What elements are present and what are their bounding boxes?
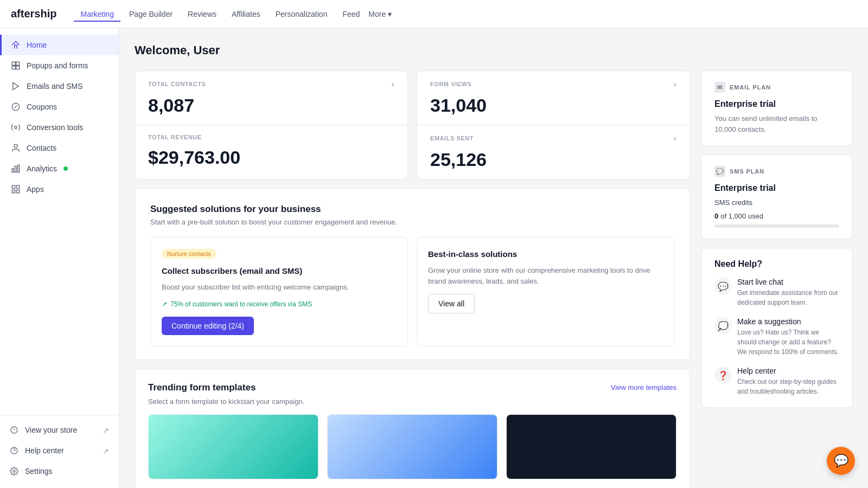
analytics-icon	[10, 163, 21, 174]
settings-icon	[9, 466, 20, 477]
sms-credits-label: SMS credits	[714, 198, 752, 207]
solution-stat: ↗ 75% of customers want to receive offer…	[162, 300, 397, 308]
nav-link-personalization[interactable]: Personalization	[269, 7, 334, 22]
nav-item-feed[interactable]: Feed	[336, 9, 366, 19]
template-preview-2[interactable]	[327, 414, 497, 479]
svg-rect-9	[15, 166, 17, 172]
chat-fab-icon: 💬	[834, 454, 848, 468]
help-item-help-center[interactable]: ❓ Help center Check out our step-by-step…	[714, 367, 839, 396]
stats-row: TOTAL CONTACTS › 8,087 TOTAL REVENUE $29…	[135, 70, 690, 179]
contacts-arrow[interactable]: ›	[392, 80, 394, 88]
sidebar-item-popups[interactable]: Popups and forms	[0, 55, 119, 76]
live-chat-title: Start live chat	[737, 278, 839, 286]
svg-rect-12	[17, 185, 20, 188]
sidebar-bottom: View your store ↗ Help center ↗ Settings	[0, 415, 119, 481]
live-chat-desc: Get immediate assistance from our dedica…	[737, 288, 839, 307]
chat-fab[interactable]: 💬	[827, 447, 855, 475]
solution-item-2: Best-in-class solutions Grow your online…	[417, 237, 674, 346]
nurture-badge: Nurture contacts	[162, 249, 216, 259]
nav-link-marketing[interactable]: Marketing	[74, 7, 120, 22]
view-store-icon	[9, 425, 20, 435]
form-views-section: FORM VIEWS › 31,040	[417, 71, 690, 125]
form-views-value: 31,040	[430, 95, 676, 116]
main-content: Welcome, User TOTAL CONTACTS › 8,087	[119, 28, 868, 488]
nav-link-feed[interactable]: Feed	[336, 7, 366, 22]
trending-title: Trending form templates	[148, 382, 256, 393]
solution-item-2-title: Best-in-class solutions	[428, 248, 663, 260]
solutions-inner: Nurture contacts Collect subscribers (em…	[150, 237, 674, 346]
svg-point-17	[13, 470, 15, 472]
sms-plan-header: 💬 SMS PLAN	[714, 166, 839, 177]
sidebar-help-center[interactable]: Help center ↗	[0, 440, 119, 461]
email-plan-desc: You can send unlimited emails to 10,000 …	[714, 113, 839, 134]
template-preview-3[interactable]	[506, 414, 676, 479]
home-icon	[10, 40, 21, 50]
solution-item-2-desc: Grow your online store with our comprehe…	[428, 265, 663, 286]
template-preview-1[interactable]	[148, 414, 318, 479]
solutions-card: Suggested solutions for your business St…	[135, 188, 690, 360]
apps-icon	[10, 184, 21, 195]
total-revenue-label: TOTAL REVENUE	[148, 134, 394, 140]
nav-more-button[interactable]: More ▾	[368, 10, 392, 18]
sidebar-item-apps[interactable]: Apps	[0, 179, 119, 200]
layout: Home Popups and forms Emails and SMS Cou…	[0, 0, 868, 488]
emails-sent-arrow[interactable]: ›	[674, 134, 676, 143]
sidebar-item-emails[interactable]: Emails and SMS	[0, 76, 119, 97]
svg-rect-0	[12, 62, 15, 65]
nav-item-page-builder[interactable]: Page Builder	[123, 9, 179, 19]
form-views-arrow[interactable]: ›	[674, 80, 676, 88]
sidebar-item-home[interactable]: Home	[0, 35, 119, 55]
nav-item-personalization[interactable]: Personalization	[269, 9, 334, 19]
svg-rect-2	[12, 66, 15, 69]
svg-rect-1	[16, 62, 20, 65]
right-col: ✉ EMAIL PLAN Enterprise trial You can se…	[701, 70, 853, 488]
svg-marker-4	[13, 82, 19, 90]
views-emails-card: FORM VIEWS › 31,040 EMAILS SENT › 25,126	[417, 70, 690, 179]
nav-item-affiliates[interactable]: Affiliates	[225, 9, 267, 19]
emails-icon	[10, 81, 21, 92]
svg-rect-13	[12, 190, 15, 193]
nav-item-more[interactable]: More ▾	[368, 10, 392, 18]
external-link-icon: ↗	[103, 426, 110, 434]
sms-plan-icon: 💬	[714, 166, 725, 177]
sidebar-item-analytics[interactable]: Analytics	[0, 158, 119, 179]
contacts-icon	[10, 143, 21, 153]
svg-rect-14	[17, 190, 20, 193]
analytics-badge	[63, 166, 68, 171]
content-grid: TOTAL CONTACTS › 8,087 TOTAL REVENUE $29…	[135, 70, 853, 488]
suggestion-content: Make a suggestion Love us? Hate us? Thin…	[737, 317, 839, 357]
nav-link-reviews[interactable]: Reviews	[181, 7, 223, 22]
logo[interactable]: aftership	[11, 8, 56, 20]
sidebar-settings[interactable]: Settings	[0, 461, 119, 481]
solution-item-1: Nurture contacts Collect subscribers (em…	[150, 237, 408, 346]
trending-desc: Select a form template to kickstart your…	[148, 397, 676, 406]
sidebar-item-coupons[interactable]: Coupons	[0, 97, 119, 117]
svg-point-6	[15, 126, 17, 129]
view-more-templates-link[interactable]: View more templates	[611, 383, 676, 391]
help-item-live-chat[interactable]: 💬 Start live chat Get immediate assistan…	[714, 278, 839, 307]
sidebar-item-conversion[interactable]: Conversion tools	[0, 117, 119, 138]
contacts-revenue-card: TOTAL CONTACTS › 8,087 TOTAL REVENUE $29…	[135, 70, 408, 179]
nav-link-page-builder[interactable]: Page Builder	[123, 7, 179, 22]
sidebar: Home Popups and forms Emails and SMS Cou…	[0, 28, 119, 488]
nav-item-marketing[interactable]: Marketing	[74, 9, 120, 19]
help-item-suggestion[interactable]: 💭 Make a suggestion Love us? Hate us? Th…	[714, 317, 839, 357]
nav-item-reviews[interactable]: Reviews	[181, 9, 223, 19]
view-all-button[interactable]: View all	[428, 294, 475, 313]
help-icon	[9, 445, 20, 456]
svg-rect-10	[18, 165, 20, 172]
coupons-icon	[10, 101, 21, 112]
sidebar-view-store[interactable]: View your store ↗	[0, 420, 119, 440]
nav-link-affiliates[interactable]: Affiliates	[225, 7, 267, 22]
help-card: Need Help? 💬 Start live chat Get immedia…	[701, 248, 853, 408]
template-previews	[148, 414, 676, 479]
total-contacts-label: TOTAL CONTACTS ›	[148, 80, 394, 88]
sms-plan-title: Enterprise trial	[714, 183, 839, 193]
continue-editing-button[interactable]: Continue editing (2/4)	[162, 317, 254, 335]
live-chat-content: Start live chat Get immediate assistance…	[737, 278, 839, 307]
sidebar-item-contacts[interactable]: Contacts	[0, 138, 119, 158]
email-plan-header: ✉ EMAIL PLAN	[714, 82, 839, 93]
sms-credits-row: SMS credits	[714, 198, 839, 207]
nav-links: Marketing Page Builder Reviews Affiliate…	[74, 9, 392, 19]
svg-rect-3	[16, 66, 20, 69]
